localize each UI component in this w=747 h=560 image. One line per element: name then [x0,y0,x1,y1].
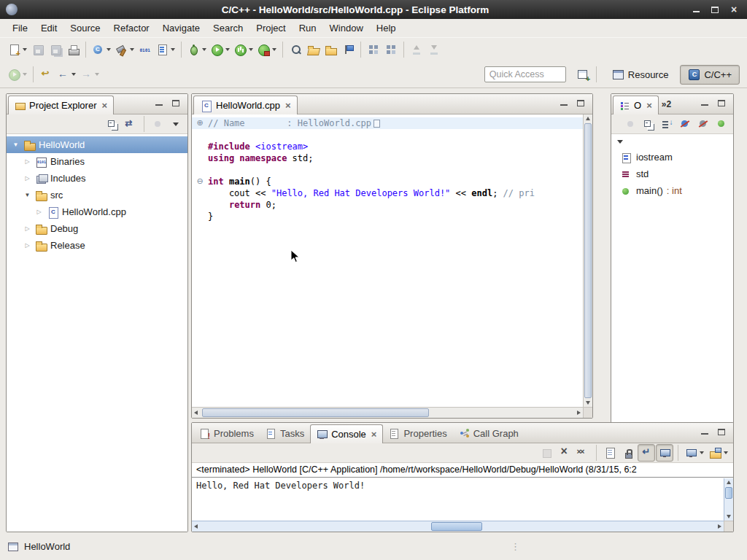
open-perspective-button[interactable] [575,66,592,83]
build-all-button[interactable] [113,41,136,58]
tab-console[interactable]: Console× [310,424,383,443]
tab-tasks[interactable]: Tasks [260,424,310,443]
run-button[interactable] [209,41,232,58]
menu-file[interactable]: File [6,20,34,36]
tab-properties[interactable]: Properties [383,424,452,443]
menu-project[interactable]: Project [249,20,292,36]
perspective-button-resource[interactable]: Resource [604,65,677,85]
collapse-arrow-icon[interactable]: ▼ [23,192,32,198]
toggle-layout-button[interactable] [365,41,382,58]
window-minimize-button[interactable] [689,3,703,16]
new-cpp-class-button[interactable] [90,41,113,58]
close-icon[interactable]: × [101,100,107,111]
open-resource-button[interactable] [304,41,322,58]
scrollbar-thumb[interactable] [584,123,592,398]
tree-item-binaries[interactable]: ▷Binaries [7,153,187,170]
scroll-left-icon[interactable] [194,524,198,529]
view-menu-button[interactable] [167,115,185,133]
tab-call-graph[interactable]: Call Graph [453,424,525,443]
expand-arrow-icon[interactable]: ▷ [23,242,32,249]
code-line[interactable] [192,164,583,176]
code-line[interactable]: } [192,211,583,222]
view-maximize-button[interactable] [715,98,728,109]
window-close-button[interactable]: × [727,3,741,16]
view-maximize-button[interactable] [574,98,587,109]
search-button[interactable] [287,41,304,58]
collapse-all-button[interactable] [640,115,657,133]
code-line[interactable]: ⊖int main() { [192,176,583,187]
fold-expand-icon[interactable]: ⊕ [192,117,208,129]
dropdown-arrow-icon[interactable] [249,48,253,51]
dropdown-arrow-icon[interactable] [71,73,76,76]
collapse-all-button[interactable] [104,115,121,133]
scrollbar-thumb[interactable] [202,408,429,417]
console-output[interactable]: Hello, Red Hat Developers World! [192,478,724,521]
open-project-button[interactable] [322,41,339,58]
close-icon[interactable]: × [371,429,377,440]
editor-horizontal-scrollbar[interactable] [192,407,583,418]
link-with-editor-button[interactable] [122,115,139,133]
perspective-button-c-cpp[interactable]: C/C++ [680,65,740,85]
tab-overflow-indicator[interactable]: »2 [662,99,671,109]
scroll-left-icon[interactable] [194,411,198,415]
code-line[interactable]: #include <iostream> [192,141,583,152]
scrollbar-thumb[interactable] [725,487,732,499]
menu-window[interactable]: Window [323,20,370,36]
remove-all-terminated-button[interactable] [574,444,592,462]
hide-fields-button[interactable] [676,115,694,133]
dropdown-arrow-icon[interactable] [700,451,704,454]
console-vertical-scrollbar[interactable] [724,478,733,521]
view-minimize-button[interactable] [698,427,711,438]
new-source-file-button[interactable] [154,41,177,58]
dropdown-arrow-icon[interactable] [130,48,134,51]
scroll-right-icon[interactable] [577,411,581,415]
view-menu-icon[interactable] [614,136,627,148]
tab-problems[interactable]: Problems [193,424,260,443]
new-button[interactable] [6,41,29,58]
editor-tab-helloworld-cpp[interactable]: HelloWorld.cpp × [193,96,298,114]
folded-block-indicator[interactable] [374,120,380,128]
menu-navigate[interactable]: Navigate [156,20,206,36]
open-console-button[interactable] [707,444,730,462]
tree-item-release[interactable]: ▷Release [7,237,187,254]
menu-source[interactable]: Source [63,20,107,36]
menu-refactor[interactable]: Refactor [107,20,156,36]
expand-arrow-icon[interactable]: ▷ [34,209,44,215]
tree-item-src[interactable]: ▼src [7,187,187,203]
toggle-binary-button[interactable] [136,41,154,58]
expand-arrow-icon[interactable]: ▷ [23,158,32,165]
clear-console-button[interactable] [601,444,619,462]
dropdown-arrow-icon[interactable] [724,451,728,454]
tree-item-debug[interactable]: ▷Debug [7,220,187,237]
view-maximize-button[interactable] [169,98,182,109]
quick-access-input[interactable] [484,66,566,82]
dropdown-arrow-icon[interactable] [23,48,27,51]
outline-tab[interactable]: O × [613,96,659,114]
display-selected-console-button[interactable] [683,444,706,462]
scroll-up-icon[interactable] [586,117,590,120]
console-horizontal-scrollbar[interactable] [192,521,724,532]
outline-item-std[interactable]: std [611,166,733,182]
word-wrap-button[interactable] [638,444,655,462]
menu-search[interactable]: Search [206,20,249,36]
collapse-arrow-icon[interactable]: ▼ [11,141,20,148]
back-button[interactable] [55,66,78,83]
code-line[interactable]: return 0; [192,199,583,211]
external-tools-button[interactable] [255,41,279,58]
code-line[interactable]: ⊕// Name : HelloWorld.cpp [192,117,583,129]
code-line[interactable]: cout << "Hello, Red Hat Developers World… [192,187,583,199]
hide-non-public-members-button[interactable] [713,115,730,133]
hide-static-members-button[interactable] [694,115,712,133]
scroll-up-icon[interactable] [727,481,731,484]
view-minimize-button[interactable] [557,98,570,109]
scroll-lock-button[interactable] [619,444,637,462]
expand-arrow-icon[interactable]: ▷ [23,225,32,232]
tree-item-helloworld-cpp[interactable]: ▷HelloWorld.cpp [7,203,187,220]
code-editor[interactable]: ⊕// Name : HelloWorld.cpp#include <iostr… [192,114,583,407]
editor-vertical-scrollbar[interactable] [583,114,592,407]
scrollbar-thumb[interactable] [431,522,482,531]
expand-arrow-icon[interactable]: ▷ [23,175,32,182]
project-explorer-tab[interactable]: Project Explorer × [8,96,114,114]
close-icon[interactable]: × [285,100,291,111]
toggle-split-editor-button[interactable] [382,41,400,58]
